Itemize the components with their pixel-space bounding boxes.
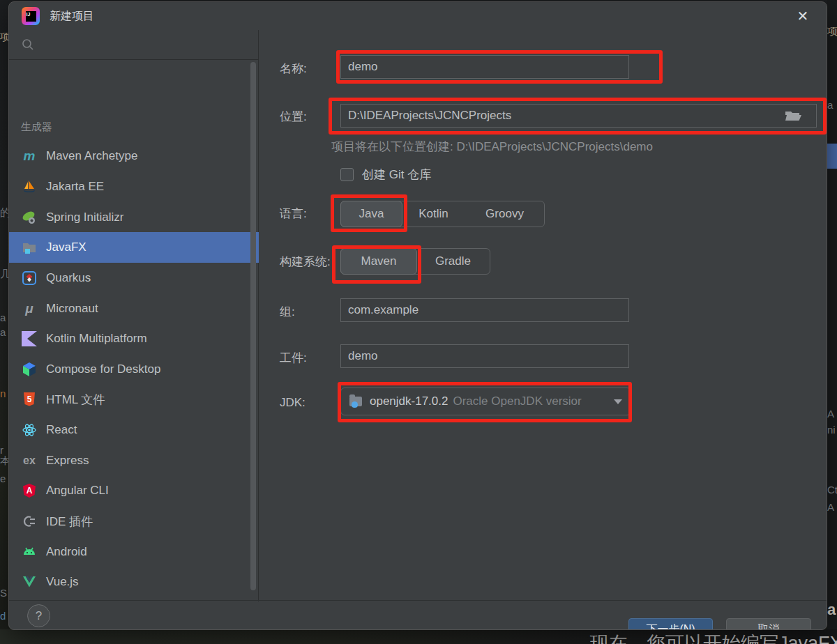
next-button[interactable]: 下一步(N) [628, 618, 713, 630]
sidebar-item-label: HTML 文件 [46, 392, 105, 408]
sidebar-item-label: Spring Initializr [46, 210, 124, 224]
sidebar-item-kotlin-multiplatform[interactable]: Kotlin Multiplatform [9, 323, 259, 354]
bg-fragment: 本 [0, 454, 8, 468]
browse-folder-icon[interactable] [784, 108, 802, 123]
maven-icon: m [22, 148, 37, 164]
sidebar-item-spring-initializr[interactable]: Spring Initializr [9, 202, 259, 233]
sidebar-item-label: Express [46, 454, 89, 468]
sidebar-item-android[interactable]: Android [9, 537, 259, 567]
intellij-logo-icon: IJ [22, 7, 40, 25]
sidebar-item-vuejs[interactable]: Vue.js [9, 567, 259, 597]
bg-fragment: n [0, 388, 6, 399]
location-label: 位置: [280, 109, 307, 125]
jakarta-ee-icon [22, 179, 37, 194]
dialog-titlebar[interactable]: IJ 新建项目 ✕ [9, 2, 827, 30]
language-option-kotlin[interactable]: Kotlin [402, 201, 465, 227]
background-left-strip: 项 的 几 a a n r 本 e S d [0, 0, 8, 644]
quarkus-icon [22, 270, 37, 286]
dialog-footer: ? 下一步(N) 取消 [9, 600, 827, 629]
name-label: 名称: [280, 61, 307, 77]
bg-fragment: 的 [0, 206, 8, 220]
bg-fragment: 几 [0, 268, 8, 281]
sidebar-item-label: Vue.js [46, 575, 79, 589]
search-box[interactable] [9, 30, 259, 60]
sidebar-item-label: Angular CLI [46, 484, 109, 498]
build-option-maven[interactable]: Maven [340, 248, 417, 275]
spring-initializr-icon [22, 210, 37, 225]
new-project-dialog: IJ 新建项目 ✕ ... 生成器 m Maven Archetype [8, 1, 827, 630]
sidebar-item-label: IDE 插件 [46, 514, 93, 530]
bg-fragment: a [0, 326, 6, 338]
sidebar-item-label: Android [46, 545, 87, 559]
search-icon [22, 38, 34, 51]
language-option-java[interactable]: Java [340, 201, 402, 227]
language-segmented-control: Java Kotlin Groovy [340, 201, 545, 227]
help-button[interactable]: ? [27, 604, 50, 627]
svg-text:5: 5 [27, 394, 32, 404]
next-button-text: ) [691, 623, 695, 630]
sidebar-item-angular-cli[interactable]: A Angular CLI [9, 475, 259, 506]
generator-list: ... 生成器 m Maven Archetype Jakarta EE [9, 61, 259, 601]
sidebar-item-label: Jakarta EE [46, 180, 104, 194]
location-hint: 项目将在以下位置创建: D:\IDEAProjects\JCNCProjects… [331, 139, 653, 155]
sidebar-item-label: React [46, 423, 77, 437]
sidebar-item-compose-for-desktop[interactable]: Compose for Desktop [9, 354, 259, 385]
build-system-label: 构建系统: [280, 254, 331, 270]
sidebar-item-label: Compose for Desktop [46, 362, 160, 376]
cancel-button[interactable]: 取消 [726, 618, 811, 630]
jdk-value: openjdk-17.0.2 [370, 394, 448, 408]
sidebar-item-label: Quarkus [46, 271, 91, 285]
sidebar-item-label: JavaFX [46, 240, 86, 254]
sidebar-item-html-file[interactable]: 5 HTML 文件 [9, 384, 259, 415]
bg-fragment: ni [827, 424, 836, 436]
sidebar-item-react[interactable]: React [9, 415, 259, 445]
search-input[interactable] [41, 38, 243, 51]
git-repo-checkbox[interactable] [340, 168, 354, 181]
sidebar-item-javafx[interactable]: JavaFX [9, 232, 259, 263]
bg-fragment: 项 [827, 25, 837, 38]
clipped-list-item: ... [46, 61, 56, 66]
sidebar-item-micronaut[interactable]: μ Micronaut [9, 293, 259, 324]
screenshot-root: 项 的 几 a a n r 本 e S d 项 a A ni Ct A a 现在… [0, 0, 837, 644]
group-input[interactable] [340, 298, 629, 322]
angular-icon: A [22, 483, 37, 498]
close-icon[interactable]: ✕ [793, 6, 813, 26]
sidebar-item-express[interactable]: ex Express [9, 445, 259, 476]
sidebar-item-ide-plugin[interactable]: IDE 插件 [9, 506, 259, 537]
bg-fragment: d [0, 610, 6, 622]
express-icon: ex [22, 453, 37, 468]
jdk-dropdown[interactable]: openjdk-17.0.2 Oracle OpenJDK versior [340, 388, 631, 415]
location-input[interactable] [340, 104, 817, 128]
generators-sidebar: ... 生成器 m Maven Archetype Jakarta EE [9, 30, 259, 601]
sidebar-scrollbar[interactable] [250, 62, 256, 590]
sidebar-item-label: Kotlin Multiplatform [46, 332, 147, 346]
logo-text: IJ [26, 11, 31, 18]
build-option-gradle[interactable]: Gradle [416, 249, 490, 274]
react-icon [22, 422, 37, 438]
bg-fragment: a [827, 601, 836, 619]
jdk-label: JDK: [280, 396, 306, 410]
dialog-title: 新建项目 [50, 9, 94, 24]
build-system-segmented-control: Maven Gradle [340, 248, 490, 275]
bg-selection-sliver [827, 144, 837, 169]
bg-fragment: A [827, 501, 834, 513]
group-label: 组: [280, 304, 295, 320]
git-repo-row[interactable]: 创建 Git 仓库 [340, 167, 431, 183]
vuejs-icon [22, 574, 37, 590]
svg-text:A: A [27, 486, 33, 496]
bg-fragment: S [0, 587, 7, 599]
sidebar-item-maven-archetype[interactable]: m Maven Archetype [9, 141, 259, 171]
background-clipped-text: 现在，您可以开始编写JavaFX应用程序 [590, 631, 837, 644]
javafx-folder-icon [22, 240, 37, 255]
micronaut-icon: μ [22, 301, 37, 316]
artifact-input[interactable] [340, 344, 629, 368]
language-option-groovy[interactable]: Groovy [465, 201, 544, 227]
artifact-label: 工件: [280, 350, 307, 366]
sidebar-item-jakarta-ee[interactable]: Jakarta EE [9, 171, 259, 202]
android-icon [22, 544, 37, 560]
plugin-icon [22, 514, 37, 529]
new-project-form: 名称: 位置: 项目将在以下位置创建: D:\IDEAProjects\JCNC… [259, 30, 827, 601]
chevron-down-icon [614, 399, 622, 404]
name-input[interactable] [340, 55, 629, 79]
sidebar-item-quarkus[interactable]: Quarkus [9, 263, 259, 293]
